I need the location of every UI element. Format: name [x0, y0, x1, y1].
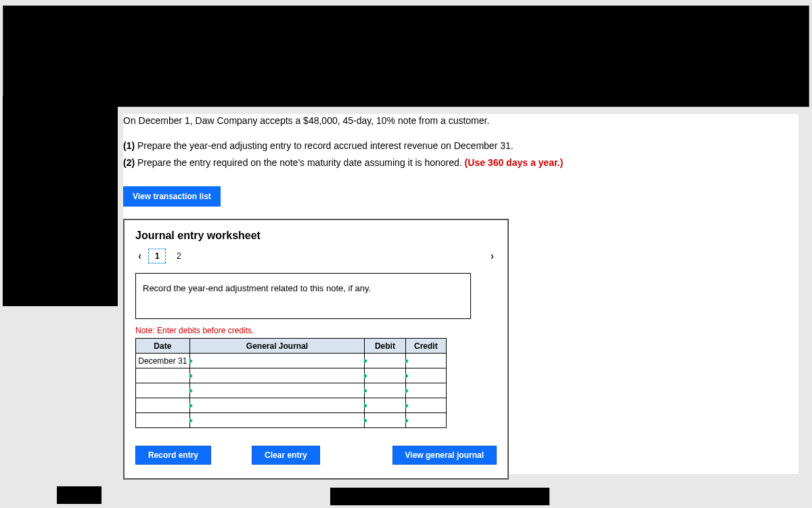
account-cell[interactable] — [189, 354, 365, 368]
clear-entry-button[interactable]: Clear entry — [252, 446, 320, 465]
credit-cell[interactable] — [405, 368, 446, 383]
credit-cell[interactable] — [405, 398, 446, 413]
entry-tab-2[interactable]: 2 — [170, 249, 187, 263]
main-content: On December 1, Daw Company accepts a $48… — [123, 114, 798, 474]
entry-tab-1[interactable]: 1 — [148, 249, 166, 263]
journal-entry-table: Date General Journal Debit Credit Decemb… — [135, 338, 447, 428]
journal-entry-worksheet: Journal entry worksheet ‹ 1 2 › Record t… — [123, 219, 509, 480]
col-header-debit: Debit — [365, 339, 405, 354]
req2-text: Prepare the entry required on the note's… — [137, 157, 465, 168]
worksheet-nav: ‹ 1 2 › — [135, 249, 497, 263]
view-general-journal-button[interactable]: View general journal — [392, 446, 497, 465]
requirement-2: (2) Prepare the entry required on the no… — [123, 156, 798, 170]
footer-blackout-center — [330, 488, 549, 505]
date-cell[interactable]: December 31 — [136, 354, 190, 368]
view-transaction-list-button[interactable]: View transaction list — [123, 186, 221, 207]
req1-text: Prepare the year-end adjusting entry to … — [137, 140, 514, 151]
prev-entry-chevron-icon[interactable]: ‹ — [135, 250, 144, 262]
debit-cell[interactable] — [365, 368, 405, 383]
debit-cell[interactable] — [365, 398, 405, 413]
table-row — [136, 383, 447, 398]
next-entry-chevron-icon[interactable]: › — [488, 250, 497, 262]
worksheet-button-row: Record entry Clear entry View general jo… — [135, 446, 497, 465]
account-cell[interactable] — [189, 383, 365, 398]
debits-before-credits-note: Note: Enter debits before credits. — [135, 326, 497, 335]
col-header-credit: Credit — [405, 339, 446, 354]
header-blackout — [3, 5, 809, 107]
req1-prefix: (1) — [123, 140, 137, 151]
worksheet-title: Journal entry worksheet — [135, 230, 497, 242]
req2-red-text: (Use 360 days a year.) — [465, 157, 564, 168]
account-cell[interactable] — [189, 413, 365, 428]
date-cell[interactable] — [136, 413, 190, 428]
debit-cell[interactable] — [365, 383, 405, 398]
account-cell[interactable] — [189, 398, 365, 413]
debit-cell[interactable] — [365, 413, 405, 428]
date-cell[interactable] — [136, 383, 190, 398]
problem-intro: On December 1, Daw Company accepts a $48… — [123, 114, 798, 128]
credit-cell[interactable] — [405, 383, 446, 398]
table-row — [136, 413, 447, 428]
credit-cell[interactable] — [405, 354, 446, 368]
credit-cell[interactable] — [405, 413, 446, 428]
col-header-general-journal: General Journal — [189, 339, 365, 354]
table-row — [136, 398, 447, 413]
date-cell[interactable] — [136, 398, 190, 413]
table-row — [136, 368, 447, 383]
footer-blackout-left — [57, 486, 102, 504]
debit-cell[interactable] — [365, 354, 405, 368]
account-cell[interactable] — [189, 368, 365, 383]
record-entry-button[interactable]: Record entry — [135, 446, 211, 465]
req2-prefix: (2) — [123, 157, 137, 168]
date-cell[interactable] — [136, 368, 190, 383]
table-row: December 31 — [136, 354, 447, 368]
requirement-1: (1) Prepare the year-end adjusting entry… — [123, 139, 798, 153]
problem-text: On December 1, Daw Company accepts a $48… — [123, 114, 798, 170]
sidebar-blackout — [3, 96, 118, 306]
col-header-date: Date — [136, 339, 190, 354]
entry-instruction: Record the year-end adjustment related t… — [135, 273, 471, 319]
